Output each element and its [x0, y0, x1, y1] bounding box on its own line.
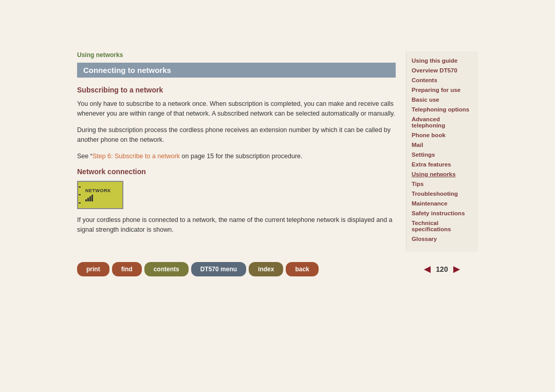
phone-mark-3 — [79, 202, 81, 203]
index-button[interactable]: index — [249, 262, 283, 276]
sidebar-item-overview[interactable]: Overview DT570 — [412, 67, 473, 73]
signal-bar-4 — [91, 195, 93, 201]
sidebar-item-phone-book[interactable]: Phone book — [412, 132, 473, 138]
network-diagram: NETWORK — [77, 181, 396, 209]
link-prefix: See “ — [77, 153, 92, 160]
network-connection-title: Network connection — [77, 167, 396, 176]
sidebar-item-advanced-telephoning[interactable]: Advanced telephoning — [412, 116, 473, 128]
sidebar-item-contents[interactable]: Contents — [412, 77, 473, 83]
bottom-bar: print find contents DT570 menu index bac… — [77, 262, 478, 276]
phone-mark-2 — [79, 194, 81, 195]
print-button[interactable]: print — [77, 262, 109, 276]
dt570-menu-button[interactable]: DT570 menu — [191, 262, 246, 276]
paragraph-2: During the subscription process the cord… — [77, 125, 396, 145]
prev-page-arrow[interactable]: ◄ — [422, 263, 433, 276]
page-wrapper: Using networks Connecting to networks Su… — [0, 0, 555, 392]
find-button[interactable]: find — [112, 262, 142, 276]
subscribing-title: Subscribing to a network — [77, 86, 396, 94]
sidebar-item-safety[interactable]: Safety instructions — [412, 210, 473, 216]
sidebar-item-maintenance[interactable]: Maintenance — [412, 200, 473, 207]
sidebar-item-telephoning-options[interactable]: Telephoning options — [412, 106, 473, 113]
phone-label: NETWORK — [85, 188, 111, 193]
breadcrumb: Using networks — [77, 51, 396, 59]
paragraph-1: You only have to subscribe to a network … — [77, 99, 396, 119]
phone-mark-1 — [79, 186, 81, 188]
sidebar-item-extra-features[interactable]: Extra features — [412, 161, 473, 167]
signal-bars — [85, 195, 111, 201]
sidebar-item-technical[interactable]: Technical specifications — [412, 220, 473, 232]
sidebar-item-mail[interactable]: Mail — [412, 142, 473, 148]
bottom-buttons: print find contents DT570 menu index bac… — [77, 262, 406, 276]
sidebar-item-glossary[interactable]: Glossary — [412, 236, 473, 242]
back-button[interactable]: back — [286, 262, 318, 276]
sidebar-item-preparing[interactable]: Preparing for use — [412, 87, 473, 93]
paragraph-link: See “Step 6: Subscribe to a network on p… — [77, 152, 396, 161]
signal-bar-3 — [89, 196, 91, 201]
sidebar: Using this guide Overview DT570 Contents… — [406, 51, 478, 252]
next-page-arrow[interactable]: ► — [451, 263, 462, 276]
page-navigation: ◄ 120 ► — [406, 263, 478, 276]
sidebar-item-troubleshooting[interactable]: Troubleshooting — [412, 191, 473, 197]
phone-side-marks — [78, 182, 81, 208]
top-section: Using networks Connecting to networks Su… — [77, 51, 478, 252]
sidebar-item-basic-use[interactable]: Basic use — [412, 97, 473, 103]
full-layout: Using networks Connecting to networks Su… — [77, 51, 478, 276]
link-suffix: on page 15 for the subscription procedur… — [180, 153, 302, 160]
page-number: 120 — [436, 265, 448, 273]
sidebar-item-using-networks[interactable]: Using networks — [412, 171, 473, 177]
sidebar-item-tips[interactable]: Tips — [412, 181, 473, 187]
subscribe-link[interactable]: Step 6: Subscribe to a network — [92, 153, 180, 160]
sidebar-item-settings[interactable]: Settings — [412, 152, 473, 158]
signal-bar-1 — [85, 199, 87, 201]
contents-button[interactable]: contents — [144, 262, 189, 276]
network-paragraph: If your cordless phone is connected to a… — [77, 215, 396, 235]
phone-display: NETWORK — [77, 181, 123, 209]
section-header: Connecting to networks — [77, 63, 396, 78]
signal-bar-2 — [87, 198, 89, 201]
content-area: Using networks Connecting to networks Su… — [77, 51, 406, 252]
sidebar-item-using-this-guide[interactable]: Using this guide — [412, 58, 473, 64]
